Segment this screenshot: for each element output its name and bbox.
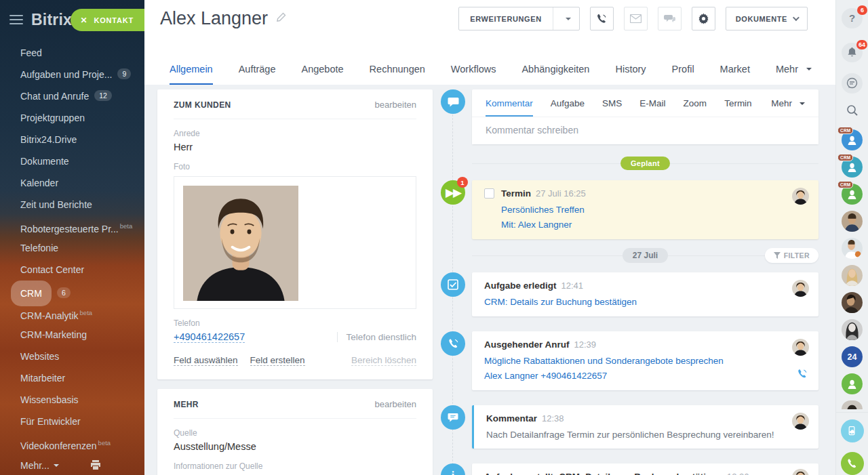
entry-card[interactable]: Aufgabe erledigt 12:41 CRM: Details zur … <box>472 272 818 316</box>
sidebar-item-contact-center[interactable]: Contact Center <box>0 259 144 281</box>
composer-tab-email[interactable]: E-Mail <box>639 98 665 117</box>
user-avatar[interactable] <box>842 292 863 313</box>
timeline-composer-row: Kommentar Aufgabe SMS E-Mail Zoom Termin… <box>441 89 818 144</box>
date-divider: 27 Juli FILTER <box>472 248 818 263</box>
tab-profil[interactable]: Profil <box>672 64 694 85</box>
phone-number-link[interactable]: +490461422657 <box>174 331 245 343</box>
sidebar-item-dokumente[interactable]: Dokumente <box>0 150 144 172</box>
tab-allgemein[interactable]: Allgemein <box>170 64 213 85</box>
telephony-button[interactable] <box>841 452 864 475</box>
composer-tab-termin[interactable]: Termin <box>724 98 752 117</box>
phone-icon <box>596 14 607 24</box>
quelle-label: Quelle <box>174 428 416 438</box>
feld-auswaehlen-link[interactable]: Feld auswählen <box>174 355 238 366</box>
notifications-count-badge: 64 <box>856 40 867 49</box>
sidebar-item-wissensbasis[interactable]: Wissensbasis <box>0 389 144 411</box>
crm-entity-avatar-blue[interactable]: CRM <box>842 129 863 150</box>
erweiterungen-dropdown[interactable] <box>553 7 579 30</box>
comment-input[interactable] <box>472 117 818 144</box>
edit-title-pencil-icon[interactable] <box>276 12 286 25</box>
entry-card[interactable]: Kommentar 12:38 Nach Detailanfrage Termi… <box>472 405 818 449</box>
help-button[interactable]: ? 6 <box>842 8 863 28</box>
entry-card[interactable]: Aufgabe erstellt: CRM: Details zur Buchu… <box>472 463 818 475</box>
tab-auftraege[interactable]: Aufträge <box>239 64 276 85</box>
settings-button[interactable] <box>692 7 715 30</box>
search-button[interactable] <box>842 101 863 121</box>
sidebar-item-projektgruppen[interactable]: Projektgruppen <box>0 107 144 129</box>
chat-button[interactable] <box>658 7 682 30</box>
user-avatar[interactable] <box>842 238 863 259</box>
termin-checkbox[interactable] <box>484 188 494 199</box>
composer-tab-aufgabe[interactable]: Aufgabe <box>551 98 585 117</box>
crm-tag: CRM <box>837 181 853 188</box>
tab-abhaengigkeiten[interactable]: Abhängigkeiten <box>521 64 589 85</box>
termin-title-link[interactable]: Persönliches Treffen <box>501 205 585 215</box>
crm-entity-avatar-teal[interactable]: CRM <box>842 157 863 178</box>
bearbeiten-link[interactable]: bearbeiten <box>375 100 416 110</box>
tab-history[interactable]: History <box>615 64 646 85</box>
tab-rechnungen[interactable]: Rechnungen <box>370 64 425 85</box>
sidebar-item-chat[interactable]: Chat und Anrufe12 <box>0 85 144 107</box>
sidebar-item-websites[interactable]: Websites <box>0 346 144 367</box>
sidebar-item-aufgaben[interactable]: Aufgaben und Proje...9 <box>0 64 144 85</box>
messenger-button[interactable] <box>842 73 863 94</box>
hamburger-menu-icon[interactable] <box>9 15 23 24</box>
dokumente-button[interactable]: DOKUMENTE <box>726 7 808 30</box>
composer-tab-zoom[interactable]: Zoom <box>684 98 707 117</box>
tab-angebote[interactable]: Angebote <box>302 64 344 85</box>
sidebar-item-mitarbeiter[interactable]: Mitarbeiter <box>0 367 144 389</box>
tab-mehr[interactable]: Mehr <box>776 64 812 85</box>
tab-market[interactable]: Market <box>720 64 750 85</box>
sidebar-item-drive[interactable]: Bitrix24.Drive <box>0 129 144 150</box>
sidebar-item-telefonie[interactable]: Telefonie <box>0 237 144 259</box>
sidebar-item-videokonferenzen[interactable]: Videokonferenzenbeta <box>0 432 144 454</box>
sidebar-item-crm-analytik[interactable]: CRM-Analytikbeta <box>0 302 144 324</box>
entry-time: 12:39 <box>574 339 597 350</box>
avatar <box>792 469 809 475</box>
feld-erstellen-link[interactable]: Feld erstellen <box>250 355 305 366</box>
close-icon[interactable]: ✕ <box>81 16 88 25</box>
crm-entity-avatar-green[interactable]: CRM <box>842 184 863 205</box>
sidebar-item-feed[interactable]: Feed <box>0 42 144 64</box>
printer-icon[interactable] <box>90 455 101 475</box>
termin-with-link[interactable]: Mit: Alex Langner <box>501 220 572 230</box>
filter-button[interactable]: FILTER <box>765 248 818 263</box>
user-avatar[interactable] <box>842 265 863 286</box>
avatar <box>792 280 809 297</box>
sidebar-item-crm[interactable]: CRM6 <box>0 281 144 302</box>
sidebar-item-crm-marketing[interactable]: CRM-Marketing <box>0 324 144 346</box>
composer-tab-mehr[interactable]: Mehr <box>771 98 805 117</box>
bitrix24-network-avatar[interactable]: 24 <box>842 346 863 367</box>
entry-card[interactable]: Ausgehender Anruf 12:39 Mögliche Rabatta… <box>472 331 818 390</box>
entry-link[interactable]: CRM: Details zur Buchung bestätigen <box>484 297 637 307</box>
erweiterungen-button[interactable]: ERWEITERUNGEN <box>458 7 579 30</box>
entry-contact-link[interactable]: Alex Langner +490461422657 <box>484 371 607 381</box>
sidebar-item-kalender[interactable]: Kalender <box>0 172 144 194</box>
call-button[interactable] <box>590 7 614 30</box>
mobile-app-button[interactable] <box>841 419 864 442</box>
composer-tab-kommentar[interactable]: Kommentar <box>486 98 533 117</box>
composer-tab-sms[interactable]: SMS <box>602 98 622 117</box>
anrede-value: Herr <box>174 142 416 152</box>
bearbeiten-link[interactable]: bearbeiten <box>375 399 416 409</box>
termin-card[interactable]: Termin 27 Juli 16:25 Persönliches Treffe… <box>472 180 818 239</box>
sidebar-item-entwickler[interactable]: Für Entwickler <box>0 411 144 432</box>
kontakt-label: KONTAKT <box>94 16 134 24</box>
kontakt-button[interactable]: ✕ KONTAKT <box>71 9 144 31</box>
tab-workflows[interactable]: Workflows <box>451 64 496 85</box>
user-avatar[interactable] <box>842 319 863 340</box>
email-button[interactable] <box>624 7 648 30</box>
chat-circle-icon <box>846 77 858 89</box>
invite-user-avatar[interactable] <box>842 373 863 394</box>
sidebar-item-zeit[interactable]: Zeit und Berichte <box>0 194 144 215</box>
phone-type: Telefon dienstlich <box>337 332 416 342</box>
sidebar-item-rpa[interactable]: Robotergesteuerte Pr...beta <box>0 215 144 237</box>
callback-phone-icon[interactable] <box>797 369 808 382</box>
sidebar-item-mehr[interactable]: Mehr... <box>0 454 144 475</box>
entry-link[interactable]: Mögliche Rabattaktionen und Sonderangebo… <box>484 356 724 366</box>
user-avatar[interactable] <box>842 211 863 232</box>
user-avatar-partial[interactable] <box>842 400 863 409</box>
entry-row-task-done: Aufgabe erledigt 12:41 CRM: Details zur … <box>441 272 818 316</box>
notifications-button[interactable]: 64 <box>842 43 863 63</box>
bereich-loeschen-link[interactable]: Bereich löschen <box>351 355 416 366</box>
